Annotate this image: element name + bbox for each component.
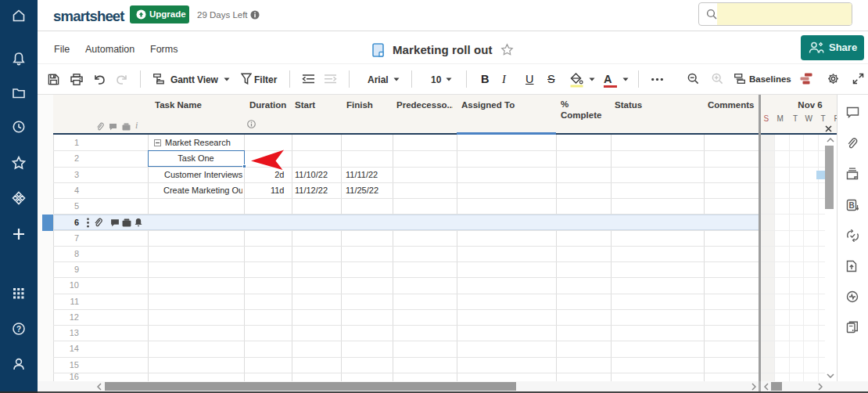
- svg-text:?: ?: [16, 325, 21, 334]
- svg-text:B: B: [848, 201, 854, 210]
